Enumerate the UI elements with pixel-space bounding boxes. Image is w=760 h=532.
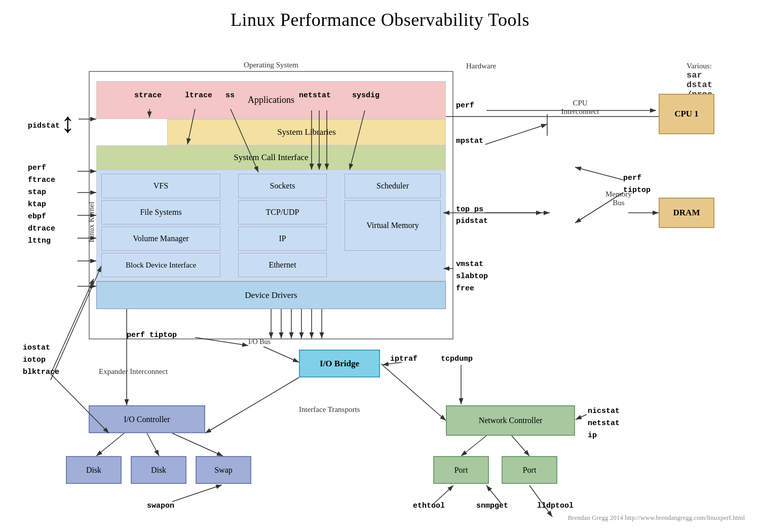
- os-label: Operating System: [89, 61, 453, 69]
- layer-device-drivers: Device Drivers: [96, 281, 446, 309]
- svg-line-36: [172, 433, 223, 456]
- io-controller-box: I/O Controller: [89, 405, 205, 433]
- layer-virtual-memory: Virtual Memory: [345, 200, 441, 251]
- tool-ss: ss: [225, 91, 235, 100]
- svg-line-39: [576, 414, 587, 420]
- hw-label: Hardware: [466, 62, 496, 70]
- expander-interconnect-label: Expander Interconnect: [99, 367, 168, 376]
- layer-ethernet: Ethernet: [238, 253, 327, 277]
- svg-line-16: [485, 124, 547, 144]
- tool-perf-top: perf: [456, 101, 474, 110]
- port2-box: Port: [502, 456, 557, 484]
- tool-snmpget: snmpget: [476, 502, 508, 510]
- io-bus-label: I/O Bus: [248, 338, 271, 346]
- svg-line-25: [263, 347, 299, 362]
- svg-line-37: [461, 436, 486, 456]
- tool-nicstat: nicstatnetstatip: [588, 405, 620, 442]
- dram-box: DRAM: [659, 198, 714, 228]
- tool-sysdig: sysdig: [352, 91, 379, 100]
- layer-tcpudp: TCP/UDP: [238, 200, 327, 224]
- tool-mpstat: mpstat: [456, 137, 483, 145]
- layer-block-device-interface: Block Device Interface: [101, 253, 220, 277]
- tool-lldptool: lldptool: [537, 502, 574, 510]
- tool-perf-ftrace: perfftracestapktapebpfdtracelttng: [28, 162, 55, 247]
- disk2-box: Disk: [131, 456, 186, 484]
- tool-pidstat-left: pidstat: [28, 122, 60, 130]
- cpu-interconnect-label: CPUInterconnect: [547, 99, 613, 116]
- port1-box: Port: [433, 456, 489, 484]
- layer-file-systems: File Systems: [101, 200, 220, 224]
- page-title: Linux Performance Observability Tools: [0, 0, 760, 35]
- swap-box: Swap: [196, 456, 251, 484]
- layer-system-libraries: System Libraries: [167, 119, 446, 145]
- layer-syscall: System Call Interface: [96, 145, 446, 170]
- tool-pidstat-right: pidstat: [456, 217, 488, 225]
- credit-label: Brendan Gregg 2014 http://www.brendangre…: [568, 514, 745, 522]
- cpu-box: CPU 1: [659, 94, 714, 134]
- tool-perf-tiptop-left: perf tiptop: [127, 331, 177, 339]
- io-bridge-box: I/O Bridge: [299, 350, 380, 377]
- layer-scheduler: Scheduler: [345, 174, 441, 198]
- tool-top-ps: top ps: [456, 205, 483, 214]
- tool-ethtool: ethtool: [413, 502, 445, 510]
- tool-netstat-top: netstat: [299, 91, 331, 100]
- svg-line-38: [512, 436, 529, 456]
- tool-tcpdump: tcpdump: [441, 355, 473, 363]
- svg-line-45: [172, 485, 222, 502]
- svg-line-34: [96, 433, 124, 456]
- tool-iptraf: iptraf: [390, 355, 417, 363]
- tool-iostat: iostatiotopblktrace: [23, 342, 59, 378]
- svg-line-50: [575, 167, 623, 180]
- disk1-box: Disk: [66, 456, 122, 484]
- svg-line-35: [147, 433, 159, 456]
- interface-transports-label: Interface Transports: [299, 405, 360, 414]
- tool-perf-tiptop-right: perftiptop: [623, 172, 651, 197]
- tool-swapon: swapon: [147, 502, 174, 510]
- svg-line-32: [381, 364, 446, 421]
- linux-kernel-label: Linux Kernel: [87, 202, 96, 242]
- tool-strace: strace: [134, 91, 162, 100]
- double-arrow-icon: ↕: [61, 109, 75, 137]
- network-controller-box: Network Controller: [446, 405, 575, 436]
- layer-vfs: VFS: [101, 174, 220, 198]
- layer-volume-manager: Volume Manager: [101, 226, 220, 251]
- tool-vmstat: vmstatslabtopfree: [456, 258, 488, 295]
- layer-applications: Applications: [96, 81, 446, 119]
- svg-line-44: [529, 485, 552, 517]
- layer-ip: IP: [238, 226, 327, 251]
- layer-sockets: Sockets: [238, 174, 327, 198]
- tool-ltrace: ltrace: [185, 91, 212, 100]
- svg-line-33: [205, 377, 299, 433]
